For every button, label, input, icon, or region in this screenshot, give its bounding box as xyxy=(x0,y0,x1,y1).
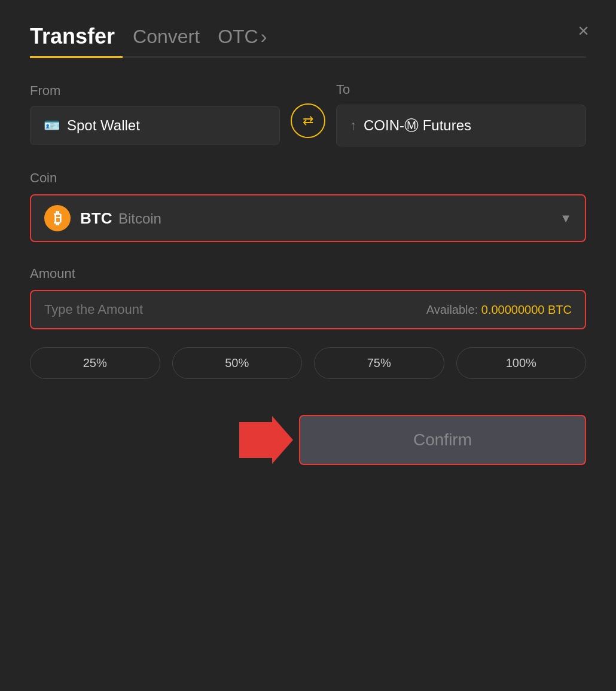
amount-field-container: Available: 0.00000000 BTC xyxy=(30,290,586,329)
transfer-modal: Transfer Convert OTC › × From 🪪 Spot Wal… xyxy=(0,0,616,691)
swap-arrows-icon: ⇄ xyxy=(303,113,313,129)
tab-underline-wrap xyxy=(30,56,586,58)
from-wallet-selector[interactable]: 🪪 Spot Wallet xyxy=(30,106,280,145)
pct-100-button[interactable]: 100% xyxy=(456,347,587,379)
pct-25-button[interactable]: 25% xyxy=(30,347,160,379)
tab-convert[interactable]: Convert xyxy=(133,26,200,48)
available-balance: Available: 0.00000000 BTC xyxy=(426,303,572,317)
svg-marker-0 xyxy=(239,416,293,464)
from-label: From xyxy=(30,83,280,99)
modal-header: Transfer Convert OTC › × xyxy=(30,24,586,49)
coin-name: Bitcoin xyxy=(118,210,161,227)
tab-active-indicator xyxy=(30,56,123,58)
from-wallet-name: Spot Wallet xyxy=(67,117,140,134)
coin-symbol: BTC xyxy=(80,209,112,227)
amount-label: Amount xyxy=(30,266,586,282)
pct-50-button[interactable]: 50% xyxy=(172,347,303,379)
close-button[interactable]: × xyxy=(578,21,589,40)
percentage-buttons: 25% 50% 75% 100% xyxy=(30,347,586,379)
tab-otc[interactable]: OTC › xyxy=(218,26,267,48)
to-label: To xyxy=(336,82,586,97)
swap-button[interactable]: ⇄ xyxy=(291,103,325,138)
to-wallet-selector[interactable]: ↑ COIN-Ⓜ Futures xyxy=(336,105,586,146)
red-arrow-icon xyxy=(239,416,293,464)
wallet-icon: 🪪 xyxy=(44,118,60,133)
coin-label: Coin xyxy=(30,170,586,186)
btc-logo-icon: ₿ xyxy=(44,205,71,231)
to-col: To ↑ COIN-Ⓜ Futures xyxy=(336,82,586,146)
available-label: Available: xyxy=(426,303,478,316)
confirm-row: Confirm xyxy=(30,415,586,465)
to-wallet-name: COIN-Ⓜ Futures xyxy=(364,116,471,135)
available-value: 0.00000000 BTC xyxy=(481,303,572,316)
coin-selector[interactable]: ₿ BTC Bitcoin ▼ xyxy=(30,194,586,242)
from-to-section: From 🪪 Spot Wallet ⇄ To ↑ COIN-Ⓜ Futures xyxy=(30,82,586,146)
futures-icon: ↑ xyxy=(350,118,356,133)
coin-chevron-down-icon: ▼ xyxy=(560,212,572,225)
otc-chevron-icon: › xyxy=(261,26,267,48)
pct-75-button[interactable]: 75% xyxy=(314,347,444,379)
confirm-button[interactable]: Confirm xyxy=(299,415,586,465)
arrow-container xyxy=(30,416,293,464)
from-col: From 🪪 Spot Wallet xyxy=(30,83,280,145)
amount-input[interactable] xyxy=(44,302,426,317)
tab-transfer[interactable]: Transfer xyxy=(30,24,115,49)
